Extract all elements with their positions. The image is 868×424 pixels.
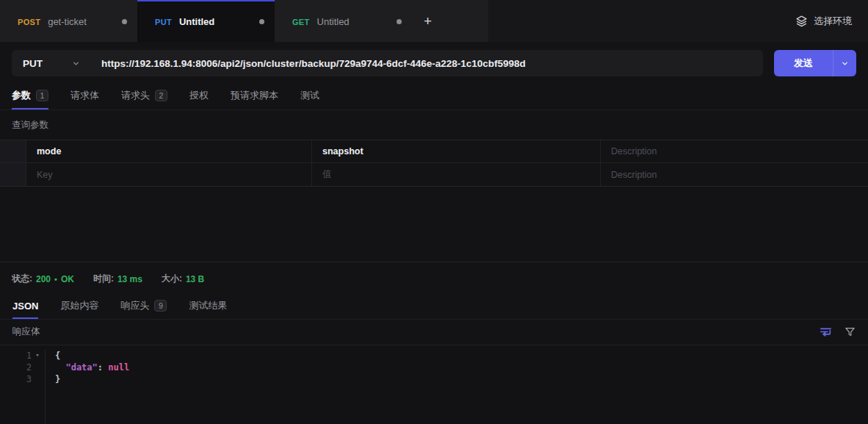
filter-button[interactable]: [845, 326, 856, 337]
send-button[interactable]: 发送: [774, 50, 856, 76]
method-select-value: PUT: [23, 58, 43, 69]
tab-title: get-ticket: [48, 16, 115, 27]
size-value: 13 B: [186, 274, 204, 284]
new-tab-button[interactable]: +: [412, 0, 488, 42]
tab-label: 响应头: [120, 299, 149, 312]
time-value: 13 ms: [117, 274, 142, 284]
tab-params[interactable]: 参数 1: [12, 85, 48, 109]
tab-pre-request-script[interactable]: 预请求脚本: [231, 85, 278, 109]
size-label: 大小:: [162, 273, 182, 285]
param-value-cell[interactable]: snapshot: [312, 140, 601, 162]
gutter-line: 2: [0, 362, 45, 373]
response-headers-count-badge: 9: [154, 300, 167, 312]
param-value-cell[interactable]: 值: [312, 163, 601, 186]
tab-label: 测试结果: [189, 299, 227, 312]
open-request-tabs: POST get-ticket PUT Untitled GET Untitle…: [0, 0, 488, 42]
table-row-new: Key 值 Description: [0, 163, 868, 186]
tab-label: 请求头: [121, 89, 150, 102]
param-key-cell[interactable]: mode: [26, 140, 312, 162]
tab-label: 参数: [12, 89, 31, 102]
status-text: OK: [61, 274, 74, 284]
size-item: 大小: 13 B: [162, 273, 204, 285]
send-button-label: 发送: [774, 50, 833, 76]
environment-selector-label: 选择环境: [814, 15, 852, 28]
code-line: "data": null: [55, 362, 129, 373]
tab-title: Untitled: [179, 16, 252, 27]
method-badge-get: GET: [292, 18, 310, 26]
time-item: 时间: 13 ms: [93, 273, 142, 285]
table-row: mode snapshot Description: [0, 140, 868, 163]
response-body-header: 响应体: [0, 320, 868, 345]
tab-title: Untitled: [317, 16, 389, 27]
param-description-cell[interactable]: Description: [601, 140, 868, 162]
status-item: 状态: 200 • OK: [12, 273, 74, 285]
request-url-row: PUT https://192.168.1.94:8006/api2/json/…: [0, 42, 868, 85]
tab-auth[interactable]: 授权: [189, 85, 209, 109]
code-line: }: [55, 373, 129, 385]
chevron-down-icon: [841, 60, 849, 68]
response-status-bar: 状态: 200 • OK 时间: 13 ms 大小: 13 B: [0, 262, 868, 296]
response-body-label: 响应体: [12, 326, 40, 338]
send-options-toggle[interactable]: [833, 50, 856, 76]
tab-json[interactable]: JSON: [12, 296, 38, 319]
tab-label: 原始内容: [60, 299, 98, 312]
chevron-down-icon: [72, 60, 80, 68]
request-section-tabs: 参数 1 请求体 请求头 2 授权 预请求脚本 测试: [0, 85, 868, 110]
format-icon: [820, 326, 832, 337]
line-number: 3: [26, 374, 32, 384]
param-key-cell[interactable]: Key: [26, 163, 312, 186]
response-json-viewer[interactable]: 1 ▾ 2 3 { "data": null }: [0, 345, 868, 424]
tab-get-ticket[interactable]: POST get-ticket: [0, 0, 137, 42]
description-placeholder: Description: [611, 170, 657, 180]
params-count-badge: 1: [36, 90, 48, 101]
tab-body[interactable]: 请求体: [70, 85, 99, 109]
method-badge-post: POST: [18, 18, 40, 26]
line-number-gutter: 1 ▾ 2 3: [0, 350, 46, 424]
row-select-cell[interactable]: [0, 140, 26, 162]
response-section-tabs: JSON 原始内容 响应头 9 测试结果: [0, 296, 868, 320]
key-placeholder: Key: [37, 170, 53, 180]
status-code: 200: [36, 274, 51, 284]
url-bar: PUT https://192.168.1.94:8006/api2/json/…: [12, 50, 763, 76]
unsaved-dot-icon: [259, 19, 264, 24]
tab-label: 测试: [300, 89, 319, 102]
environment-selector[interactable]: 选择环境: [795, 15, 852, 28]
tab-raw-content[interactable]: 原始内容: [60, 296, 98, 319]
description-placeholder: Description: [611, 146, 657, 157]
value-placeholder: 值: [322, 168, 332, 181]
tab-label: JSON: [12, 301, 38, 312]
filter-funnel-icon: [845, 326, 856, 337]
tab-label: 预请求脚本: [231, 89, 278, 102]
url-input[interactable]: https://192.168.1.94:8006/api2/json/clus…: [101, 58, 526, 69]
layers-icon: [795, 15, 808, 27]
tab-label: 请求体: [70, 89, 99, 102]
gutter-line: 3: [0, 373, 45, 385]
tabbar-right-area: 选择环境: [488, 0, 868, 42]
unsaved-dot-icon: [122, 19, 127, 24]
row-select-cell[interactable]: [0, 163, 26, 186]
tab-untitled-get[interactable]: GET Untitled: [275, 0, 412, 42]
param-value-value: snapshot: [322, 146, 364, 157]
format-code-button[interactable]: [820, 326, 832, 337]
method-select[interactable]: PUT: [12, 58, 80, 69]
code-line: {: [55, 350, 129, 362]
tab-test-results[interactable]: 测试结果: [189, 296, 227, 319]
unsaved-dot-icon: [397, 19, 402, 24]
tab-tests[interactable]: 测试: [300, 85, 319, 109]
tab-untitled-put[interactable]: PUT Untitled: [137, 0, 275, 42]
query-params-label: 查询参数: [0, 110, 868, 140]
code-content: { "data": null }: [46, 350, 129, 424]
method-badge-put: PUT: [155, 18, 172, 26]
status-label: 状态:: [12, 273, 32, 285]
request-tab-bar: POST get-ticket PUT Untitled GET Untitle…: [0, 0, 868, 42]
time-label: 时间:: [93, 273, 114, 285]
tab-headers[interactable]: 请求头 2: [121, 85, 167, 109]
param-key-value: mode: [37, 146, 61, 157]
tab-response-headers[interactable]: 响应头 9: [120, 296, 167, 319]
line-number: 1: [26, 351, 32, 361]
fold-caret-icon[interactable]: ▾: [34, 352, 41, 359]
status-dot: •: [54, 275, 57, 284]
param-description-cell[interactable]: Description: [601, 163, 868, 186]
empty-area: [0, 187, 868, 262]
line-number: 2: [26, 362, 32, 373]
